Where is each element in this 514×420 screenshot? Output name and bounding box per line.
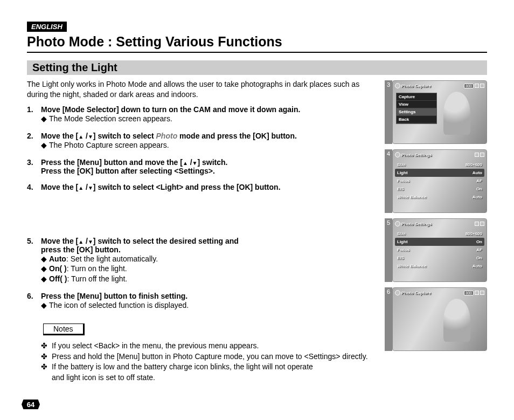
setting-val: Auto xyxy=(473,195,482,199)
screen-title: Photo Capture xyxy=(401,84,431,88)
note-text: If the battery is low and the battery ch… xyxy=(52,362,313,373)
step-num: 4. xyxy=(27,183,41,191)
setting-key: White Balance xyxy=(397,264,427,268)
setting-key: Size xyxy=(397,162,406,167)
page-number: 64 xyxy=(22,400,40,409)
context-menu: Capture View Settings Back xyxy=(396,93,437,124)
setting-key: Light xyxy=(397,170,408,175)
battery-icon xyxy=(480,222,484,226)
battery-icon xyxy=(480,291,484,295)
screenshot-label: 3 xyxy=(385,80,392,144)
setting-val: On xyxy=(476,256,482,260)
setting-key: EIS xyxy=(397,187,404,191)
plus-bullet: ✤ xyxy=(41,362,47,373)
steps-list: 1.Move [Mode Selector] down to turn on t… xyxy=(27,105,379,311)
down-arrow-icon xyxy=(88,237,93,245)
step-sub: Off( ): Turn off the light. xyxy=(49,274,127,284)
status-icon xyxy=(475,84,479,88)
camera-icon xyxy=(395,152,400,157)
setting-val: 800×600 xyxy=(466,231,482,236)
screenshot-6: Photo Capture800 xyxy=(392,287,487,351)
screenshot-label: 6 xyxy=(385,287,392,351)
step-text: Move the [ /] switch to select <Light> a… xyxy=(41,183,372,191)
screenshots-column: 3 Photo Capture800 Capture View Settings… xyxy=(385,79,487,383)
step-num: 2. xyxy=(27,132,41,140)
photo-placeholder xyxy=(443,92,470,135)
step-text: Press the [Menu] button to finish settin… xyxy=(41,292,372,300)
plus-bullet: ✤ xyxy=(41,341,47,352)
step-sub: The Photo Capture screen appears. xyxy=(49,140,169,150)
step-text: Press the [Menu] button and move the [ /… xyxy=(41,158,372,175)
setting-val: Auto xyxy=(473,170,482,175)
diamond-bullet: ◆ xyxy=(41,140,47,150)
screenshot-label: 5 xyxy=(385,218,392,282)
screenshot-label: 4 xyxy=(385,149,392,213)
setting-key: Focus xyxy=(397,247,410,252)
step-sub: The Mode Selection screen appears. xyxy=(49,114,172,124)
status-icon xyxy=(475,291,479,295)
step-text: Move [Mode Selector] down to turn on the… xyxy=(41,105,372,114)
note-text: and light icon is set to off state. xyxy=(52,373,155,383)
screenshot-4: Photo Settings Size800×600 LightAuto Foc… xyxy=(392,149,487,213)
step-3: 3. Press the [Menu] button and move the … xyxy=(27,158,372,175)
step-text: Move the [ /] switch to select Photo mod… xyxy=(41,132,372,140)
status-icon xyxy=(475,153,479,157)
step-num: 1. xyxy=(27,105,41,114)
notes-list: ✤If you select <Back> in the menu, the p… xyxy=(27,341,379,383)
up-arrow-icon xyxy=(78,132,84,140)
step-sub: On( ): Turn on the light. xyxy=(49,264,127,274)
language-badge: ENGLISH xyxy=(27,22,67,32)
step-sub: The icon of selected function is display… xyxy=(49,300,189,311)
step-sub: Auto: Set the light automatically. xyxy=(49,254,158,264)
battery-icon xyxy=(480,84,484,88)
setting-val: 800×600 xyxy=(466,162,482,167)
diamond-bullet: ◆ xyxy=(41,264,47,274)
step-num: 3. xyxy=(27,158,41,175)
setting-val: Auto xyxy=(473,264,482,268)
up-arrow-icon xyxy=(78,237,84,245)
page-title: Photo Mode : Setting Various Functions xyxy=(27,34,487,53)
screenshot-3: Photo Capture800 Capture View Settings B… xyxy=(392,80,487,144)
screenshot-5: Photo Settings Size800×600 LightOn Focus… xyxy=(392,218,487,282)
camera-icon xyxy=(395,83,400,88)
setting-val: AF xyxy=(476,178,482,183)
down-arrow-icon xyxy=(192,158,198,167)
resolution-badge: 800 xyxy=(464,84,474,88)
up-arrow-icon xyxy=(78,183,84,191)
menu-item-selected: Settings xyxy=(397,108,436,116)
camera-icon xyxy=(395,290,400,295)
battery-icon xyxy=(480,153,484,157)
menu-item: Capture xyxy=(397,93,436,101)
diamond-bullet: ◆ xyxy=(41,300,47,311)
step-num: 5. xyxy=(27,237,41,254)
setting-val: On xyxy=(476,239,482,244)
menu-item: View xyxy=(397,101,436,108)
status-icon xyxy=(475,222,479,226)
setting-key: Light xyxy=(397,239,408,244)
down-arrow-icon xyxy=(88,183,93,191)
section-title: Setting the Light xyxy=(27,60,487,75)
setting-val: AF xyxy=(476,247,482,252)
camera-icon xyxy=(395,221,400,226)
setting-key: White Balance xyxy=(397,195,427,199)
setting-key: Size xyxy=(397,231,406,236)
up-arrow-icon xyxy=(183,158,188,167)
note-text: Press and hold the [Menu] button in Phot… xyxy=(52,352,368,362)
step-6: 6.Press the [Menu] button to finish sett… xyxy=(27,292,372,311)
resolution-badge: 800 xyxy=(464,291,474,295)
setting-key: EIS xyxy=(397,256,404,260)
plus-bullet: ✤ xyxy=(41,352,47,362)
screen-title: Photo Settings xyxy=(401,153,432,157)
screen-title: Photo Capture xyxy=(401,291,431,295)
mode-name: Photo xyxy=(156,132,178,140)
step-num: 6. xyxy=(27,292,41,300)
screen-title: Photo Settings xyxy=(401,222,432,226)
settings-list: Size800×600 LightOn FocusAF EISOn White … xyxy=(395,230,484,270)
settings-list: Size800×600 LightAuto FocusAF EISOn Whit… xyxy=(395,161,484,201)
diamond-bullet: ◆ xyxy=(41,114,47,124)
setting-key: Focus xyxy=(397,178,410,183)
step-5: 5. Move the [ /] switch to select the de… xyxy=(27,237,372,285)
notes-heading: Notes xyxy=(43,323,85,335)
menu-item: Back xyxy=(397,116,436,123)
step-1: 1.Move [Mode Selector] down to turn on t… xyxy=(27,105,372,124)
